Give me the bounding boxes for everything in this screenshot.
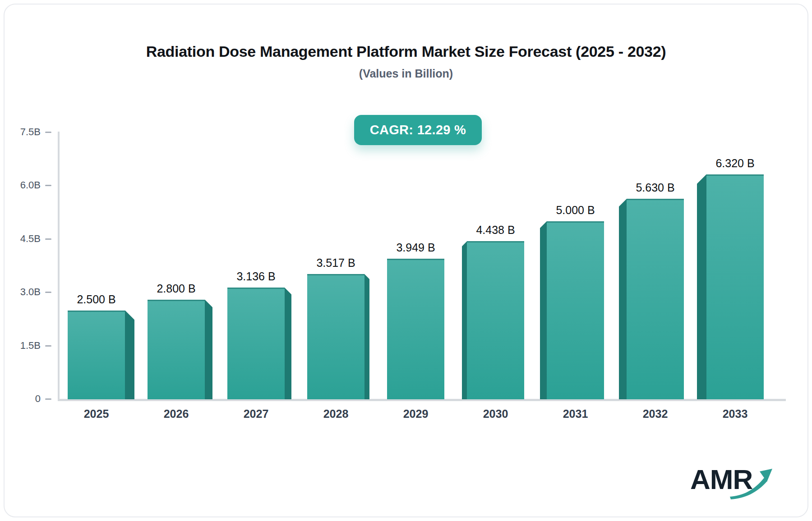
bar-2031 <box>547 221 604 399</box>
growth-arrow-icon <box>728 467 777 502</box>
x-axis-label-2029: 2029 <box>375 407 457 420</box>
y-axis-label: 0 <box>5 393 41 405</box>
x-axis-label-2027: 2027 <box>216 407 297 420</box>
bar-2029 <box>387 259 444 399</box>
bar-2032 <box>627 199 684 399</box>
bar-2033 <box>706 174 764 399</box>
bar-value-2031: 5.000 B <box>535 203 616 217</box>
bar-value-2028: 3.517 B <box>295 256 377 270</box>
y-axis-tick <box>45 398 51 400</box>
bar-value-2032: 5.630 B <box>615 181 696 194</box>
bar-2028 <box>307 274 364 399</box>
bar-value-2033: 6.320 B <box>695 156 776 170</box>
x-axis-label-2025: 2025 <box>56 407 137 420</box>
bar-side-2028 <box>364 274 369 399</box>
y-axis-tick <box>45 292 51 293</box>
y-axis-label: 4.5B <box>5 233 41 245</box>
y-axis-tick <box>45 132 51 133</box>
chart-subtitle: (Values in Billion) <box>0 66 812 81</box>
bar-2027 <box>227 288 285 399</box>
bar-value-2030: 4.438 B <box>455 223 536 237</box>
bar-2026 <box>148 300 205 399</box>
x-axis-label-2028: 2028 <box>295 407 377 420</box>
y-axis-tick <box>45 238 51 240</box>
bar-side-2033 <box>697 174 706 399</box>
x-axis-label-2031: 2031 <box>535 407 616 420</box>
bar-side-2025 <box>125 311 134 400</box>
bar-side-2031 <box>540 221 547 399</box>
y-axis-label: 6.0B <box>5 179 41 192</box>
bar-side-2026 <box>205 300 212 399</box>
amr-logo: AMR <box>687 463 777 504</box>
y-axis-label: 7.5B <box>5 126 41 138</box>
bar-value-2026: 2.800 B <box>136 282 217 295</box>
bar-side-2032 <box>619 199 627 399</box>
bar-side-2030 <box>462 241 467 399</box>
bar-side-2027 <box>285 288 291 399</box>
x-axis-label-2030: 2030 <box>455 407 536 420</box>
y-axis-label: 3.0B <box>5 286 41 298</box>
cagr-badge: CAGR: 12.29 % <box>354 115 482 145</box>
bar-2030 <box>467 241 524 399</box>
chart-canvas: Radiation Dose Management Platform Marke… <box>0 0 812 521</box>
x-axis-label-2026: 2026 <box>136 407 217 420</box>
bar-2025 <box>68 311 125 400</box>
chart-title: Radiation Dose Management Platform Marke… <box>0 42 812 60</box>
bar-value-2029: 3.949 B <box>375 241 457 254</box>
y-axis-line <box>58 132 60 401</box>
bar-value-2027: 3.136 B <box>216 270 297 283</box>
x-axis-label-2033: 2033 <box>695 407 776 420</box>
y-axis-label: 1.5B <box>5 339 41 352</box>
y-axis-tick <box>45 345 51 347</box>
bar-value-2025: 2.500 B <box>56 292 137 306</box>
x-axis-label-2032: 2032 <box>615 407 696 420</box>
y-axis-tick <box>45 185 51 186</box>
